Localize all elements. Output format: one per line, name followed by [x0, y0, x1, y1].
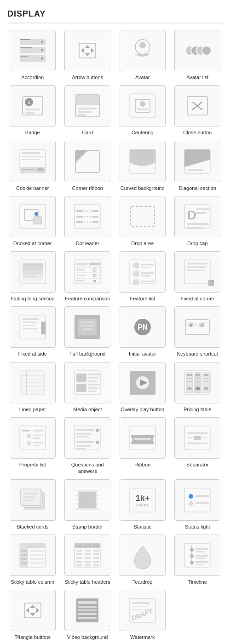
- svg-rect-279: [78, 601, 97, 604]
- label-dot-leader: Dot leader: [76, 240, 99, 247]
- svg-rect-119: [78, 319, 97, 335]
- item-teardrop[interactable]: Teardrop: [117, 535, 168, 585]
- item-watermark[interactable]: DRAFT Watermark: [117, 590, 168, 640]
- item-accordion[interactable]: Accordion: [7, 30, 58, 80]
- svg-rect-53: [34, 217, 42, 224]
- item-corner-ribbon[interactable]: Corner ribbon: [63, 141, 113, 191]
- item-triangle-buttons[interactable]: Triangle buttons: [7, 590, 58, 640]
- item-keyboard-shortcut[interactable]: ⌘ + C Keyboard shortcut: [172, 306, 223, 357]
- item-media-object[interactable]: Media object: [63, 362, 113, 413]
- item-pricing-table[interactable]: Pricing table: [172, 362, 223, 413]
- item-fading-long-section[interactable]: Fading long section: [7, 251, 58, 302]
- svg-text:+: +: [196, 322, 198, 327]
- svg-point-212: [95, 510, 98, 512]
- svg-rect-171: [33, 435, 43, 436]
- item-ribbon[interactable]: Ribbon: [117, 417, 168, 475]
- svg-rect-146: [88, 391, 97, 392]
- svg-rect-184: [76, 448, 86, 449]
- item-arrow-buttons[interactable]: Arrow buttons: [63, 30, 113, 80]
- svg-rect-120: [80, 322, 95, 323]
- item-drop-area[interactable]: Drop area: [117, 196, 168, 247]
- item-card[interactable]: Card: [63, 85, 113, 136]
- item-drop-cap[interactable]: D Drop cap: [172, 196, 223, 247]
- item-status-light[interactable]: Status light: [172, 479, 223, 530]
- icon-box-stamp-border: [64, 479, 110, 521]
- svg-point-58: [84, 210, 86, 212]
- svg-rect-239: [21, 558, 27, 560]
- item-close-button[interactable]: Close button: [172, 85, 223, 136]
- svg-rect-145: [88, 387, 98, 389]
- item-badge[interactable]: 1 Badge: [7, 85, 58, 136]
- svg-point-70: [90, 221, 91, 223]
- item-lined-paper[interactable]: Lined paper: [7, 362, 58, 413]
- label-arrow-buttons: Arrow buttons: [72, 74, 103, 80]
- label-docked-corner: Docked at corner: [13, 240, 52, 247]
- svg-point-54: [34, 212, 38, 216]
- svg-rect-260: [93, 564, 99, 566]
- svg-rect-285: [132, 602, 150, 604]
- svg-rect-197: [23, 493, 38, 494]
- item-avatar-list[interactable]: Avatar list: [172, 30, 223, 80]
- item-dot-leader[interactable]: Dot leader: [63, 196, 113, 247]
- item-full-background[interactable]: Full background: [63, 306, 113, 357]
- icon-box-docked-corner: [10, 196, 56, 237]
- item-feature-comparison[interactable]: Feature comparison: [63, 251, 113, 302]
- svg-point-170: [27, 434, 31, 438]
- label-lined-paper: Lined paper: [19, 406, 46, 413]
- svg-rect-42: [22, 156, 44, 157]
- label-pricing-table: Pricing table: [184, 406, 212, 413]
- icon-box-centering: [120, 85, 166, 126]
- svg-rect-266: [196, 548, 208, 550]
- item-initial-avatar[interactable]: PN Initial avatar: [117, 306, 168, 357]
- item-docked-corner[interactable]: Docked at corner: [7, 196, 58, 247]
- svg-rect-282: [78, 613, 97, 615]
- svg-rect-225: [184, 488, 210, 512]
- svg-rect-159: [196, 378, 200, 379]
- svg-text:1: 1: [28, 100, 30, 105]
- svg-point-203: [84, 488, 87, 490]
- svg-marker-273: [30, 605, 35, 608]
- svg-rect-141: [88, 377, 98, 379]
- svg-rect-50: [188, 169, 203, 171]
- item-fixed-corner[interactable]: ↑ Fixed at corner: [172, 251, 223, 302]
- svg-point-90: [93, 269, 96, 271]
- item-cookie-banner[interactable]: Cookie banner: [7, 141, 58, 191]
- item-stacked-cards[interactable]: Stacked cards: [7, 479, 58, 530]
- svg-rect-165: [196, 387, 200, 390]
- label-timeline: Timeline: [188, 579, 207, 585]
- label-teardrop: Teardrop: [132, 579, 152, 585]
- item-sticky-table-column[interactable]: Sticky table column: [7, 535, 58, 585]
- item-centering[interactable]: Centering: [117, 85, 168, 136]
- svg-rect-235: [30, 558, 44, 560]
- item-curved-background[interactable]: Curved background: [117, 141, 168, 191]
- item-diagonal-section[interactable]: Diagonal section: [172, 141, 223, 191]
- svg-rect-61: [76, 216, 83, 218]
- svg-rect-100: [141, 267, 150, 268]
- svg-rect-40: [37, 168, 44, 171]
- svg-rect-56: [76, 210, 83, 212]
- item-video-background[interactable]: Video background: [63, 590, 113, 640]
- svg-rect-259: [85, 564, 91, 566]
- item-fixed-side[interactable]: Fixed at side: [7, 306, 58, 357]
- item-questions-answers[interactable]: Questions and answers: [63, 417, 113, 475]
- svg-point-263: [190, 548, 194, 552]
- label-stacked-cards: Stacked cards: [17, 523, 49, 530]
- svg-rect-143: [76, 384, 86, 392]
- icon-box-sticky-table-headers: [64, 535, 110, 576]
- svg-point-208: [80, 510, 83, 512]
- item-overlay-play-button[interactable]: Overlay play button: [117, 362, 168, 413]
- item-feature-list[interactable]: Feature list: [117, 251, 168, 302]
- icon-box-fixed-side: [10, 306, 56, 348]
- item-property-list[interactable]: Property list: [7, 417, 58, 475]
- item-timeline[interactable]: Timeline: [172, 535, 223, 585]
- svg-rect-238: [21, 554, 27, 556]
- page: DISPLAY Accordion: [0, 0, 230, 644]
- item-statistic[interactable]: 1k+ STARS Statistic: [117, 479, 168, 530]
- item-separator[interactable]: Separator: [172, 417, 223, 475]
- label-feature-list: Feature list: [130, 295, 155, 302]
- item-avatar[interactable]: Avatar: [117, 30, 168, 80]
- label-overlay-play-button: Overlay play button: [121, 406, 164, 413]
- item-sticky-table-headers[interactable]: Sticky table headers: [63, 535, 113, 585]
- label-media-object: Media object: [73, 406, 102, 413]
- item-stamp-border[interactable]: Stamp border: [63, 479, 113, 530]
